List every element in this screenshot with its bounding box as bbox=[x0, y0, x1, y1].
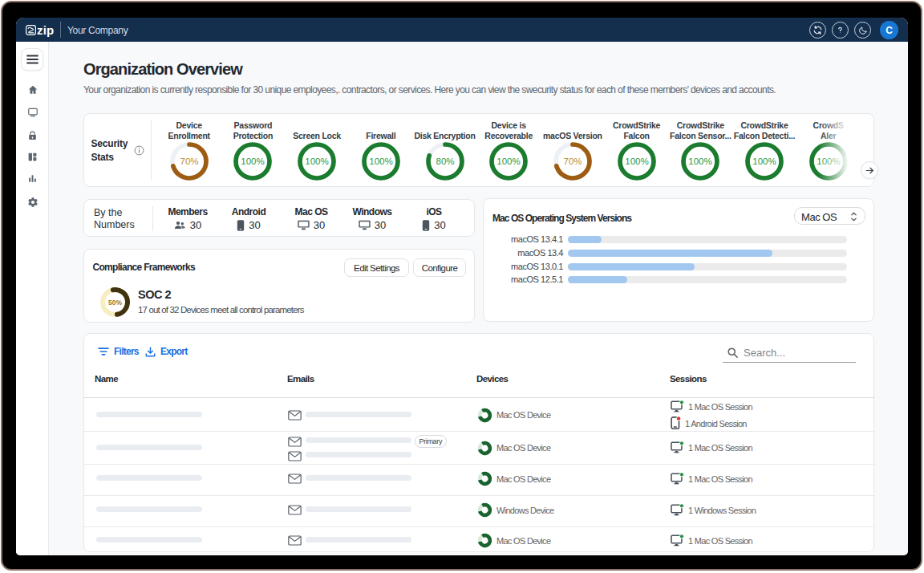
svg-text:100%: 100% bbox=[496, 156, 520, 166]
svg-text:100%: 100% bbox=[241, 156, 265, 166]
svg-text:100%: 100% bbox=[689, 156, 712, 166]
svg-text:70%: 70% bbox=[563, 156, 582, 166]
svg-text:50%: 50% bbox=[108, 298, 122, 306]
svg-text:100%: 100% bbox=[752, 156, 776, 166]
svg-text:100%: 100% bbox=[625, 156, 648, 166]
svg-text:80%: 80% bbox=[436, 156, 454, 166]
svg-text:70%: 70% bbox=[180, 156, 198, 166]
svg-text:100%: 100% bbox=[369, 156, 392, 166]
svg-text:100%: 100% bbox=[305, 156, 328, 166]
